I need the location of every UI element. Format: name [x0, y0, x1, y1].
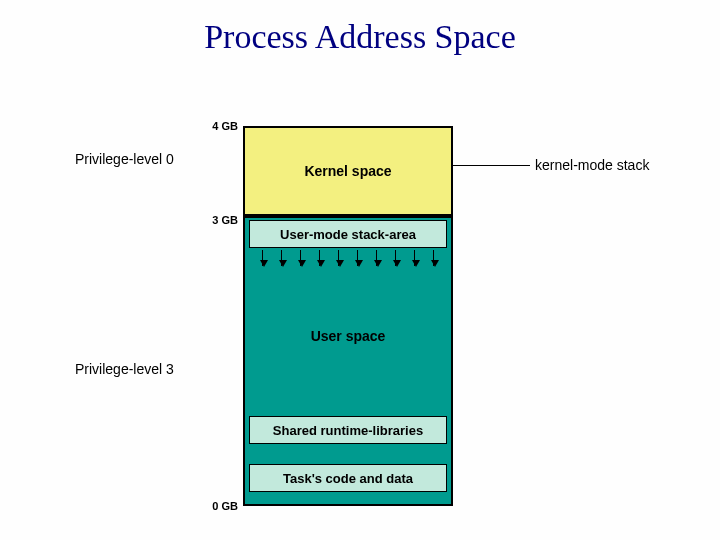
tick-3gb: 3 GB [188, 214, 238, 226]
label-privilege-3: Privilege-level 3 [75, 361, 174, 377]
band-user-mode-stack-label: User-mode stack-area [280, 227, 416, 242]
label-privilege-0: Privilege-level 0 [75, 151, 174, 167]
region-kernel-space: Kernel space [243, 126, 453, 216]
band-shared-libs: Shared runtime-libraries [249, 416, 447, 444]
diagram-stage: 4 GB 3 GB 0 GB Privilege-level 0 Privile… [0, 56, 720, 526]
band-task-code-label: Task's code and data [283, 471, 413, 486]
band-shared-libs-label: Shared runtime-libraries [273, 423, 423, 438]
region-kernel-label: Kernel space [304, 163, 391, 179]
down-arrow-icon [281, 250, 282, 266]
tick-4gb: 4 GB [188, 120, 238, 132]
region-user-space: User space [243, 216, 453, 506]
down-arrow-icon [338, 250, 339, 266]
region-user-label: User space [245, 328, 451, 344]
down-arrow-icon [414, 250, 415, 266]
band-task-code: Task's code and data [249, 464, 447, 492]
down-arrow-icon [262, 250, 263, 266]
arrow-icon [445, 165, 530, 166]
band-user-mode-stack: User-mode stack-area [249, 220, 447, 248]
down-arrow-icon [300, 250, 301, 266]
down-arrow-icon [357, 250, 358, 266]
down-arrow-icon [376, 250, 377, 266]
tick-0gb: 0 GB [188, 500, 238, 512]
down-arrow-icon [395, 250, 396, 266]
down-arrow-icon [319, 250, 320, 266]
down-arrow-icon [433, 250, 434, 266]
label-kernel-mode-stack: kernel-mode stack [535, 157, 649, 173]
page-title: Process Address Space [0, 18, 720, 56]
